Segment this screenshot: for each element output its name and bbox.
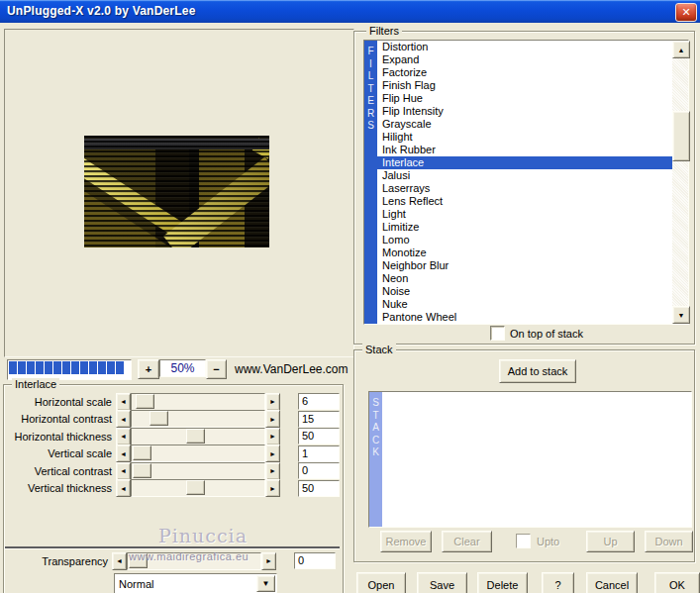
watermark-site: www.maidiregrafica.eu bbox=[129, 550, 249, 562]
param-value[interactable]: 50 bbox=[298, 480, 340, 497]
filter-item-lomo[interactable]: Lomo bbox=[377, 234, 672, 247]
filter-item-factorize[interactable]: Factorize bbox=[377, 66, 672, 79]
progress-segment bbox=[45, 361, 52, 374]
progress-segment bbox=[89, 361, 97, 374]
param-value[interactable]: 0 bbox=[298, 462, 340, 479]
arrow-right-icon[interactable]: ► bbox=[265, 479, 280, 497]
arrow-left-icon[interactable]: ◄ bbox=[116, 428, 131, 445]
filter-item-limitize[interactable]: Limitize bbox=[377, 221, 672, 234]
slider-thumb[interactable] bbox=[136, 394, 154, 409]
arrow-right-icon[interactable]: ► bbox=[261, 552, 276, 570]
arrow-right-icon[interactable]: ► bbox=[265, 393, 280, 411]
clear-button[interactable]: Clear bbox=[442, 531, 492, 552]
filter-item-light[interactable]: Light bbox=[377, 208, 672, 221]
zoom-in-button[interactable]: + bbox=[138, 359, 159, 379]
titlebar: UnPlugged-X v2.0 by VanDerLee ✕ bbox=[0, 0, 700, 23]
on-top-of-stack-checkbox[interactable] bbox=[490, 326, 505, 341]
param-value[interactable]: 6 bbox=[298, 393, 340, 410]
arrow-right-icon[interactable]: ► bbox=[265, 410, 280, 428]
arrow-right-icon[interactable]: ► bbox=[265, 428, 280, 445]
slider-track[interactable] bbox=[131, 445, 265, 462]
footer-button-open[interactable]: Open bbox=[356, 572, 406, 593]
filter-item-noise[interactable]: Noise bbox=[377, 285, 672, 298]
progress-segment bbox=[27, 361, 35, 374]
slider-thumb[interactable] bbox=[150, 411, 168, 426]
vertical-letter: I bbox=[364, 58, 377, 71]
filter-item-flip-intensity[interactable]: Flip Intensity bbox=[377, 105, 672, 118]
scroll-down-icon[interactable]: ▼ bbox=[672, 306, 690, 324]
vertical-letter: C bbox=[369, 435, 382, 447]
footer-button-ok[interactable]: OK bbox=[654, 572, 700, 593]
param-value[interactable]: 1 bbox=[298, 445, 340, 462]
filter-item-jalusi[interactable]: Jalusi bbox=[377, 169, 672, 182]
stack-list bbox=[382, 392, 691, 527]
filter-item-laserrays[interactable]: Laserrays bbox=[377, 182, 672, 195]
arrow-left-icon[interactable]: ◄ bbox=[116, 479, 131, 497]
slider-thumb[interactable] bbox=[186, 480, 205, 495]
arrow-left-icon[interactable]: ◄ bbox=[112, 552, 127, 570]
help-button[interactable]: ? bbox=[542, 572, 574, 593]
vendor-website-link[interactable]: www.VanDerLee.com bbox=[235, 362, 349, 376]
param-value[interactable]: 15 bbox=[298, 411, 340, 428]
filter-item-interlace[interactable]: Interlace bbox=[377, 156, 672, 169]
slider-track[interactable] bbox=[131, 410, 265, 428]
filter-item-monotize[interactable]: Monotize bbox=[377, 247, 672, 259]
slider-thumb[interactable] bbox=[133, 463, 151, 478]
add-to-stack-button[interactable]: Add to stack bbox=[499, 359, 576, 383]
arrow-left-icon[interactable]: ◄ bbox=[116, 410, 131, 428]
preview-image[interactable] bbox=[84, 136, 269, 247]
filter-item-flip-hue[interactable]: Flip Hue bbox=[377, 92, 672, 105]
arrow-right-icon[interactable]: ► bbox=[265, 462, 280, 480]
scrollbar-thumb[interactable] bbox=[672, 111, 690, 161]
filter-item-pantone-wheel[interactable]: Pantone Wheel bbox=[377, 311, 672, 324]
up-button[interactable]: Up bbox=[586, 531, 635, 552]
filter-list: DistortionExpandFactorizeFinish FlagFlip… bbox=[377, 41, 672, 324]
filter-item-expand[interactable]: Expand bbox=[377, 53, 672, 66]
filter-item-ink-rubber[interactable]: Ink Rubber bbox=[377, 144, 672, 156]
filters-scrollbar[interactable]: ▲ ▼ bbox=[672, 41, 688, 324]
chevron-down-icon[interactable]: ▼ bbox=[256, 575, 275, 592]
arrow-left-icon[interactable]: ◄ bbox=[116, 445, 131, 462]
slider-track[interactable] bbox=[131, 462, 265, 480]
zoom-out-button[interactable]: − bbox=[206, 359, 227, 379]
slider-thumb[interactable] bbox=[133, 445, 151, 460]
blend-mode-value: Normal bbox=[115, 578, 256, 590]
scroll-up-icon[interactable]: ▲ bbox=[672, 41, 690, 58]
filter-item-hilight[interactable]: Hilight bbox=[377, 131, 672, 144]
slider-track[interactable] bbox=[131, 393, 265, 411]
remove-button[interactable]: Remove bbox=[380, 531, 432, 552]
slider-track[interactable] bbox=[131, 428, 265, 445]
transparency-value[interactable]: 0 bbox=[294, 552, 336, 569]
arrow-right-icon[interactable]: ► bbox=[265, 445, 280, 462]
close-button[interactable]: ✕ bbox=[675, 3, 697, 22]
close-icon: ✕ bbox=[681, 6, 690, 19]
param-label: Horizontal contrast bbox=[4, 413, 116, 425]
arrow-left-icon[interactable]: ◄ bbox=[116, 462, 131, 480]
slider-track[interactable] bbox=[131, 479, 265, 497]
filter-item-finish-flag[interactable]: Finish Flag bbox=[377, 79, 672, 92]
filter-item-distortion[interactable]: Distortion bbox=[377, 41, 672, 53]
footer-button-save[interactable]: Save bbox=[417, 572, 467, 593]
stack-groupbox: Stack Add to stack STACK Remove Clear Up… bbox=[353, 349, 695, 562]
footer-button-delete[interactable]: Delete bbox=[477, 572, 528, 593]
param-label: Vertical thickness bbox=[4, 482, 116, 494]
footer-button-cancel[interactable]: Cancel bbox=[586, 572, 638, 593]
arrow-left-icon[interactable]: ◄ bbox=[116, 393, 131, 411]
param-value[interactable]: 50 bbox=[298, 428, 340, 445]
param-row-vertical-contrast: Vertical contrast◄►0 bbox=[4, 462, 343, 480]
filter-item-neon[interactable]: Neon bbox=[377, 272, 672, 285]
slider-thumb[interactable] bbox=[186, 429, 205, 444]
upto-label: Upto bbox=[537, 536, 559, 547]
progress-segment bbox=[62, 361, 70, 374]
blend-mode-select[interactable]: Normal ▼ bbox=[114, 573, 277, 593]
filter-item-lens-reflect[interactable]: Lens Reflect bbox=[377, 195, 672, 208]
filter-item-neighbor-blur[interactable]: Neighbor Blur bbox=[377, 259, 672, 272]
progress-segment bbox=[98, 361, 106, 374]
filter-item-grayscale[interactable]: Grayscale bbox=[377, 118, 672, 131]
filter-item-nuke[interactable]: Nuke bbox=[377, 298, 672, 311]
down-button[interactable]: Down bbox=[645, 531, 693, 552]
param-rows: Horizontal scale◄►6Horizontal contrast◄►… bbox=[4, 393, 343, 497]
filters-group-label: Filters bbox=[366, 25, 402, 38]
upto-checkbox[interactable] bbox=[516, 534, 531, 548]
interlace-group-label: Interlace bbox=[12, 378, 59, 391]
